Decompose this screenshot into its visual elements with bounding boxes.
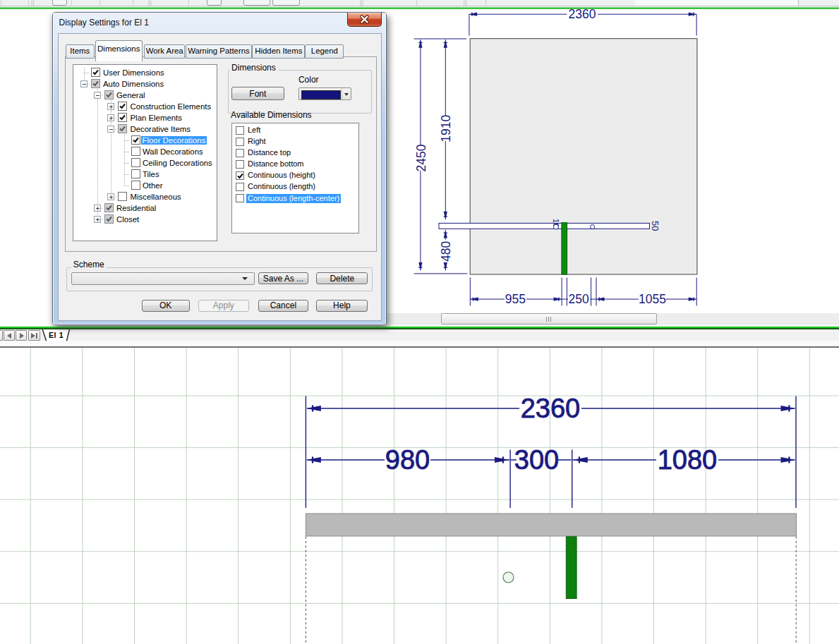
svg-text:1910: 1910 xyxy=(439,115,453,142)
svg-text:250: 250 xyxy=(569,292,589,306)
svg-text:480: 480 xyxy=(439,241,453,262)
svg-text:2450: 2450 xyxy=(414,144,428,171)
svg-text:1055: 1055 xyxy=(639,292,666,306)
svg-text:El 1: El 1 xyxy=(49,331,64,339)
svg-text:955: 955 xyxy=(505,292,526,306)
svg-text:2360: 2360 xyxy=(569,7,596,21)
svg-text:50: 50 xyxy=(650,221,660,231)
